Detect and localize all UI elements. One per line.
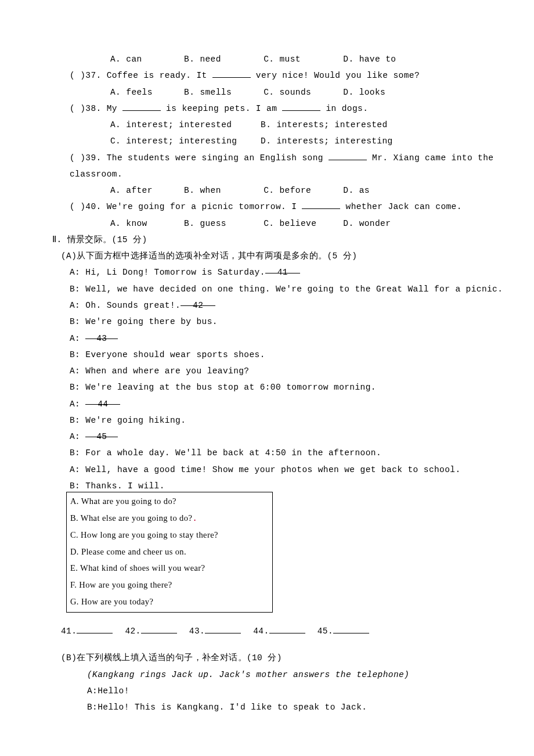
box-opt-A: A. What are you going to do? (70, 494, 269, 510)
options-box: A. What are you going to do? B. What els… (66, 492, 273, 613)
partB-line2: B:Hello! This is Kangkang. I'd like to s… (52, 699, 517, 715)
box-opt-D: D. Please come and cheer us on. (70, 544, 269, 561)
partB-intro: (B)在下列横线上填入适当的句子，补全对话。(10 分) (52, 650, 517, 666)
box-opt-G: G. How are you today? (70, 594, 269, 611)
q40-opt-d: D. wonder (343, 215, 391, 232)
q37-options: A. feels B. smells C. sounds D. looks (52, 84, 517, 100)
q38-opt-d: D. interests; interesting (261, 133, 393, 149)
q37-blank[interactable] (212, 69, 251, 78)
q38-stem: ( )38. My is keeping pets. I am in dogs. (52, 100, 517, 117)
dlg-line6: B: Everyone should wear sports shoes. (52, 347, 517, 363)
q39-stem: ( )39. The students were singing an Engl… (52, 150, 517, 183)
blank-44[interactable]: 44 (85, 396, 120, 405)
ans-45-label: 45. (317, 627, 333, 636)
q40-blank[interactable] (302, 200, 340, 209)
dlg-line10: B: We're going hiking. (52, 412, 517, 429)
ans-43-blank[interactable] (205, 625, 241, 633)
q38-opt-c: C. interest; interesting (110, 133, 255, 149)
partB-stage: (Kangkang rings Jack up. Jack's mother a… (52, 667, 517, 683)
q39-opt-d: D. as (343, 182, 370, 199)
dlg-line2: B: Well, we have decided on one thing. W… (52, 281, 517, 297)
q38-options-row1: A. interest; interested B. interests; in… (52, 117, 517, 133)
dlg-line13: A: Well, have a good time! Show me your … (52, 462, 517, 478)
blank-43[interactable]: 43 (85, 330, 118, 339)
q40-opt-a: A. know (110, 215, 179, 232)
dlg-line8: B: We're leaving at the bus stop at 6:00… (52, 379, 517, 395)
ans-44-blank[interactable] (269, 625, 305, 633)
q40-opt-c: C. believe (264, 215, 338, 232)
box-opt-F: F. How are you going there? (70, 577, 269, 594)
q39-opt-b: B. when (184, 182, 258, 199)
box-opt-C: C. How long are you going to stay there? (70, 527, 269, 544)
q39-blank[interactable] (329, 151, 367, 160)
box-opt-B: B. What else are you going to do?. (70, 510, 269, 527)
blank-41[interactable]: 41 (265, 264, 300, 273)
section2-title: Ⅱ. 情景交际。(15 分) (52, 232, 517, 248)
q40-opt-b: B. guess (184, 215, 258, 232)
q36-opt-c: C. must (264, 51, 338, 67)
q37-opt-b: B. smells (184, 84, 258, 100)
ans-44-label: 44. (253, 627, 269, 636)
dlg-line11: A: 45 (52, 429, 517, 445)
dlg-line9: A: 44 (52, 396, 517, 412)
q38-options-row2: C. interest; interesting D. interests; i… (52, 133, 517, 149)
partB-line1: A:Hello! (52, 683, 517, 699)
q37-opt-a: A. feels (110, 84, 179, 100)
ans-42-label: 42. (125, 627, 140, 636)
dlg-line14: B: Thanks. I will. (52, 478, 517, 494)
q38-opt-a: A. interest; interested (110, 117, 255, 133)
q38-blank1[interactable] (122, 102, 161, 111)
q39-options: A. after B. when C. before D. as (52, 182, 517, 199)
q37-opt-d: D. looks (343, 84, 385, 100)
q39-opt-a: A. after (110, 182, 179, 199)
q36-opt-d: D. have to (343, 51, 396, 67)
dlg-line1: A: Hi, Li Dong! Tomorrow is Saturday. 41 (52, 264, 517, 280)
ans-41-blank[interactable] (77, 625, 113, 633)
ans-41-label: 41. (61, 627, 77, 636)
dlg-line5: A: 43 (52, 330, 517, 347)
q38-blank2[interactable] (282, 102, 320, 111)
q36-opt-a: A. can (110, 51, 179, 67)
dlg-line3: A: Oh. Sounds great!. 42 (52, 297, 517, 314)
q37-opt-c: C. sounds (264, 84, 338, 100)
q36-options: A. can B. need C. must D. have to (52, 51, 517, 67)
q40-options: A. know B. guess C. believe D. wonder (52, 215, 517, 232)
q37-stem: ( )37. Coffee is ready. It very nice! Wo… (52, 67, 517, 84)
q38-opt-b: B. interests; interested (261, 117, 387, 133)
blank-45[interactable]: 45 (85, 429, 118, 437)
q39-opt-c: C. before (264, 182, 338, 199)
dlg-line7: A: When and where are you leaving? (52, 363, 517, 379)
answers-41-45: 41. 42. 43. 44. 45. (52, 623, 517, 639)
partA-intro: (A)从下面方框中选择适当的选项补全对话，其中有两项是多余的。(5 分) (52, 248, 517, 264)
q36-opt-b: B. need (184, 51, 258, 67)
ans-43-label: 43. (189, 627, 205, 636)
q40-stem: ( )40. We're going for a picnic tomorrow… (52, 199, 517, 215)
blank-42[interactable]: 42 (181, 297, 215, 306)
ans-45-blank[interactable] (333, 625, 369, 633)
dlg-line12: B: For a whole day. We'll be back at 4:5… (52, 445, 517, 461)
ans-42-blank[interactable] (141, 625, 177, 633)
dlg-line4: B: We're going there by bus. (52, 314, 517, 330)
box-opt-E: E. What kind of shoes will you wear? (70, 560, 269, 577)
